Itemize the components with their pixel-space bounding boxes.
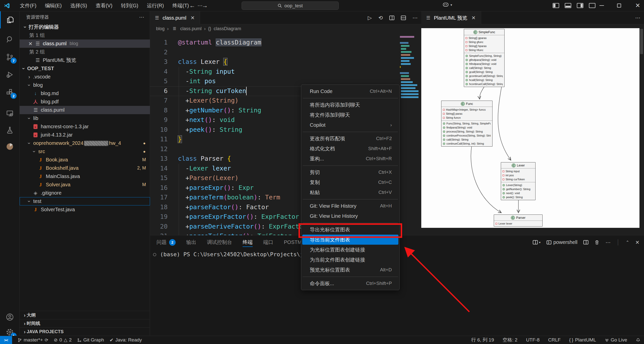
go-live-button[interactable]: Go Live — [605, 337, 627, 343]
toggle-secondary-sidebar-button[interactable] — [577, 3, 583, 8]
tree-item-hamcrest-core-1.3.jar[interactable]: hamcrest-core-1.3.jar — [20, 122, 150, 131]
run-debug-icon[interactable] — [0, 66, 20, 83]
open-editor-item[interactable]: ✕☰class.pumlblog — [20, 39, 150, 48]
panel-tab-终端[interactable]: 终端 — [243, 235, 253, 249]
tree-item-.gitignore[interactable]: ◈.gitignore — [20, 189, 150, 197]
search-view-icon[interactable] — [0, 31, 20, 48]
eol-status[interactable]: CRLF — [548, 337, 561, 343]
remote-indicator[interactable]: >< — [0, 336, 12, 344]
menu-item-粘贴[interactable]: 粘贴Ctrl+V — [302, 187, 398, 197]
panel-tab-调试控制台[interactable]: 调试控制台 — [207, 235, 232, 249]
customize-layout-button[interactable] — [589, 3, 595, 8]
close-panel-icon[interactable]: ✕ — [635, 239, 639, 245]
timeline-history-icon[interactable]: ⟲ — [378, 15, 383, 21]
more-actions-icon[interactable]: ⋯ — [605, 239, 611, 245]
workspace-root-header[interactable]: › OOP_TEST — [22, 64, 54, 73]
panel-layout-icon[interactable]: ▾ — [533, 240, 541, 244]
tree-item-MainClass.java[interactable]: JMainClass.java — [20, 172, 150, 181]
run-code-button[interactable]: ▷ — [368, 15, 372, 21]
section-JAVA PROJECTS[interactable]: ›JAVA PROJECTS — [20, 327, 150, 336]
git-graph-status[interactable]: Git Graph — [77, 337, 104, 343]
tree-item-blog.md[interactable]: ↓blog.md — [20, 89, 150, 98]
split-terminal-icon[interactable] — [583, 240, 588, 244]
tree-item-junit-4.13.2.jar[interactable]: junit-4.13.2.jar — [20, 131, 150, 139]
more-actions-icon[interactable]: ⋯ — [635, 15, 640, 21]
encoding-status[interactable]: UTF-8 — [526, 337, 540, 343]
source-control-icon[interactable]: 7 — [0, 49, 20, 66]
java-status[interactable]: ✔ Java: Ready — [109, 337, 142, 343]
cursor-position-status[interactable]: 行 6, 列 19 — [471, 337, 494, 343]
kill-terminal-icon[interactable] — [594, 240, 599, 245]
menu-编辑(E)[interactable]: 编辑(E) — [41, 1, 66, 10]
toggle-sidebar-button[interactable] — [553, 3, 559, 8]
tab-class-puml[interactable]: ☰ class.puml ✕ — [150, 11, 200, 24]
breadcrumb[interactable]: blog›☰class.puml›{}classDiagram — [150, 24, 421, 33]
menu-item-Run Code[interactable]: Run CodeCtrl+Alt+N — [302, 86, 398, 96]
forward-button[interactable]: → — [202, 2, 208, 9]
tree-item-blog.pdf[interactable]: 人blog.pdf — [20, 98, 150, 106]
postman-icon[interactable] — [0, 138, 20, 155]
tab-plantuml-preview[interactable]: ☰ PlantUML 预览 ✕ — [421, 11, 481, 24]
panel-tab-端口[interactable]: 端口 — [263, 235, 273, 249]
menu-item-剪切[interactable]: 剪切Ctrl+X — [302, 167, 398, 177]
tree-item-class.puml[interactable]: ☰class.puml — [20, 106, 150, 114]
menu-item-Git: View File History[interactable]: Git: View File HistoryAlt+H — [302, 201, 398, 211]
breadcrumb-item[interactable]: blog — [156, 26, 165, 31]
breadcrumb-item[interactable]: class.puml — [180, 26, 202, 31]
more-actions-icon[interactable]: ⋯ — [412, 15, 418, 21]
close-tab-icon[interactable]: ✕ — [470, 15, 477, 21]
back-button[interactable]: ← — [189, 2, 195, 9]
menu-item-命令面板...[interactable]: 命令面板...Ctrl+Shift+P — [302, 278, 398, 288]
restore-button[interactable] — [617, 4, 621, 8]
tree-item-Bookshelf.java[interactable]: JBookshelf.java2, M — [20, 164, 150, 172]
menu-item-为光标位置图表创建链接[interactable]: 为光标位置图表创建链接 — [302, 245, 398, 255]
command-center-search[interactable]: oop_test — [242, 2, 339, 10]
tree-item-blog[interactable]: ›blog — [20, 81, 150, 89]
menu-item-Git: View Line History[interactable]: Git: View Line History — [302, 211, 398, 221]
testing-icon[interactable] — [0, 121, 20, 139]
copilot-button[interactable]: ▾ — [442, 2, 452, 8]
tree-item-.vscode[interactable]: ›.vscode — [20, 73, 150, 81]
accounts-icon[interactable] — [0, 309, 20, 326]
menu-item-复制[interactable]: 复制Ctrl+C — [302, 177, 398, 187]
menu-运行(R)[interactable]: 运行(R) — [142, 1, 168, 10]
open-editors-header[interactable]: › 打开的编辑器 — [23, 23, 59, 31]
menu-item-重构...[interactable]: 重构...Ctrl+Shift+R — [302, 154, 398, 164]
close-tab-icon[interactable]: ✕ — [189, 15, 196, 21]
menu-item-Copilot[interactable]: Copilot› — [302, 120, 398, 130]
section-大纲[interactable]: ›大纲 — [20, 311, 150, 319]
vertical-scrollbar[interactable] — [640, 29, 643, 54]
menu-item-格式化文档[interactable]: 格式化文档Shift+Alt+F — [302, 144, 398, 154]
menu-item-预览光标位置图表[interactable]: 预览光标位置图表Alt+D — [302, 265, 398, 275]
terminal-session[interactable]: ❯powershell — [547, 239, 578, 245]
menu-查看(V)[interactable]: 查看(V) — [91, 1, 117, 10]
tree-item-Book.java[interactable]: JBook.javaM — [20, 156, 150, 164]
explorer-more-actions-icon[interactable]: ⋯ — [139, 14, 144, 20]
menu-item-将文件添加到聊天[interactable]: 将文件添加到聊天 — [302, 110, 398, 120]
open-editor-item[interactable]: ☰PlantUML 预览 — [20, 56, 150, 64]
breadcrumb-item[interactable]: classDiagram — [214, 26, 241, 31]
tree-item-Solver.java[interactable]: JSolver.javaM — [20, 181, 150, 189]
bell-icon[interactable] — [636, 338, 640, 342]
remote-explorer-icon[interactable] — [0, 105, 20, 122]
explorer-icon[interactable] — [0, 11, 20, 28]
panel-tab-问题[interactable]: 问题2 — [157, 235, 176, 249]
minimap[interactable] — [398, 33, 419, 235]
menu-item-将所选内容添加到聊天[interactable]: 将所选内容添加到聊天 — [302, 100, 398, 110]
toggle-panel-button[interactable] — [565, 3, 571, 8]
menu-item-为当前文件图表创建链接[interactable]: 为当前文件图表创建链接 — [302, 255, 398, 265]
tree-item-lib[interactable]: ›lib — [20, 114, 150, 122]
menu-选择(S)[interactable]: 选择(S) — [66, 1, 91, 10]
tree-item-test[interactable]: ›test — [20, 197, 150, 205]
section-时间线[interactable]: ›时间线 — [20, 319, 150, 327]
close-window-button[interactable]: ✕ — [635, 2, 640, 9]
git-branch-status[interactable]: master*+ ⟳ — [18, 337, 48, 343]
editor-layout-icon[interactable] — [401, 16, 406, 20]
menu-转到(G)[interactable]: 转到(G) — [117, 1, 143, 10]
language-mode-status[interactable]: { }PlantUML — [569, 337, 596, 343]
minimize-button[interactable] — [599, 5, 604, 6]
split-editor-icon[interactable] — [389, 16, 394, 20]
maximize-panel-icon[interactable]: ⌃ — [626, 240, 629, 245]
menu-item-更改所有匹配项[interactable]: 更改所有匹配项Ctrl+F2 — [302, 134, 398, 144]
tree-item-src[interactable]: ›src• — [20, 147, 150, 156]
